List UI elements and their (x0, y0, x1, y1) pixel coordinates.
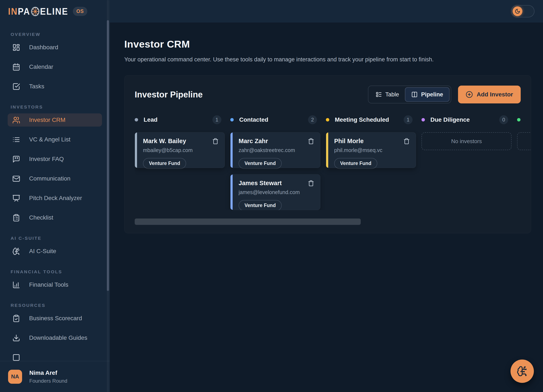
view-switcher: Table Pipeline (368, 86, 451, 103)
sidebar-item-investor-crm[interactable]: Investor CRM (8, 113, 102, 127)
investor-email: zahr@oakstreetrec.com (238, 147, 314, 153)
column-count-badge: 1 (212, 115, 221, 124)
add-investor-label: Add Investor (477, 91, 513, 98)
sidebar-section: RESOURCES Business Scorecard Downloadabl… (8, 303, 102, 361)
column-status-dot (326, 118, 329, 122)
page-subtitle: Your operational command center. Use the… (124, 56, 531, 63)
partial-item-icon (12, 353, 20, 361)
column-count-badge: 0 (499, 115, 508, 124)
card-accent-bar (231, 174, 233, 210)
investor-card[interactable]: Marc Zahr zahr@oakstreetrec.com Venture … (230, 132, 320, 168)
sidebar-item-partial[interactable] (8, 351, 102, 361)
sidebar-item-pitch-deck-analyzer[interactable]: Pitch Deck Analyzer (8, 191, 102, 205)
sidebar-item-checklist[interactable]: Checklist (8, 211, 102, 224)
horizontal-scrollbar[interactable] (135, 218, 361, 225)
moon-icon (515, 8, 520, 14)
sidebar-item-vc-angel-list[interactable]: VC & Angel List (8, 133, 102, 146)
app-logo[interactable]: INPAELINE (8, 6, 68, 17)
clipboard-icon (12, 214, 20, 222)
column-title: Contacted (239, 116, 268, 123)
trash-icon[interactable] (212, 138, 219, 144)
pipeline-column: Due Diligence 0 No investors (421, 115, 512, 210)
sidebar-section-label: FINANCIAL TOOLS (8, 269, 102, 274)
investor-email: phil.morle@mseq.vc (334, 147, 410, 153)
ai-assistant-fab[interactable] (510, 359, 534, 383)
column-count-badge: 1 (404, 115, 413, 124)
topbar (110, 0, 543, 22)
sidebar-scrollbar[interactable] (107, 20, 109, 291)
trash-icon[interactable] (308, 180, 314, 186)
sidebar-section-label: INVESTORS (8, 105, 102, 110)
mail-icon (12, 175, 20, 183)
column-status-dot (517, 118, 520, 122)
investor-name: Marc Zahr (238, 138, 268, 145)
investor-card[interactable]: James Stewart james@levelonefund.com Ven… (230, 174, 320, 210)
sidebar-item-label: Investor FAQ (29, 156, 64, 162)
logo-text-left: PA (18, 6, 30, 17)
column-title: Meeting Scheduled (335, 116, 389, 123)
sidebar-section: INVESTORS Investor CRM VC & Angel List I… (8, 105, 102, 224)
sidebar-item-ai-c-suite[interactable]: AI C-Suite (8, 245, 102, 258)
sidebar-section: AI C-SUITE AI C-Suite (8, 236, 102, 258)
page-content: Investor CRM Your operational command ce… (110, 22, 543, 392)
investor-card[interactable]: Mark W. Bailey mbailey@b5cap.com Venture… (135, 132, 225, 168)
pipeline-view-label: Pipeline (421, 91, 443, 98)
sidebar-item-downloadable-guides[interactable]: Downloadable Guides (8, 331, 102, 344)
pipeline-title: Investor Pipeline (135, 90, 203, 99)
logo-text-orange: IN (8, 6, 18, 17)
kanban-board: Lead 1 Mark W. Bailey mbailey@b5cap.com … (135, 115, 531, 210)
chart-icon (12, 281, 20, 289)
table-view-label: Table (385, 91, 399, 98)
dashboard-icon (12, 44, 20, 51)
trash-icon[interactable] (403, 138, 410, 144)
sidebar-item-label: Checklist (29, 214, 53, 221)
profile-role: Founders Round (29, 378, 67, 384)
sidebar-item-label: Investor CRM (29, 117, 65, 123)
sidebar-item-calendar[interactable]: Calendar (8, 60, 102, 73)
column-status-dot (135, 118, 138, 122)
sidebar-item-business-scorecard[interactable]: Business Scorecard (8, 312, 102, 325)
calendar-icon (12, 63, 20, 71)
theme-toggle[interactable] (511, 5, 535, 17)
sidebar-section: OVERVIEW Dashboard Calendar Tasks (8, 32, 102, 93)
sidebar-item-tasks[interactable]: Tasks (8, 80, 102, 93)
sidebar: INPAELINE OS OVERVIEW Dashboard Calendar… (0, 0, 110, 392)
column-title: Due Diligence (430, 116, 470, 123)
plus-circle-icon (466, 91, 473, 98)
sidebar-item-label: Dashboard (29, 44, 58, 51)
investor-tag: Venture Fund (238, 158, 282, 169)
pipeline-column: Contacted 2 Marc Zahr zahr@oakstreetrec.… (230, 115, 320, 210)
sidebar-item-label: Downloadable Guides (29, 335, 87, 341)
investor-tag: Venture Fund (334, 158, 377, 169)
investor-name: James Stewart (238, 180, 282, 187)
sidebar-item-communication[interactable]: Communication (8, 172, 102, 185)
wheel-logo-icon (31, 6, 40, 16)
pipeline-view-button[interactable]: Pipeline (405, 87, 450, 102)
sidebar-item-financial-tools[interactable]: Financial Tools (8, 278, 102, 291)
avatar: NA (8, 370, 22, 384)
app-root: INPAELINE OS OVERVIEW Dashboard Calendar… (0, 0, 543, 392)
panel-actions: Table Pipeline Add Investor (368, 86, 521, 103)
user-profile[interactable]: NA Nima Aref Founders Round (0, 361, 110, 392)
users-icon (12, 116, 20, 124)
table-view-button[interactable]: Table (370, 87, 405, 102)
add-investor-button[interactable]: Add Investor (458, 86, 521, 103)
sidebar-item-investor-faq[interactable]: Investor FAQ (8, 152, 102, 166)
card-accent-bar (135, 133, 137, 168)
column-status-dot (421, 118, 425, 122)
investor-name: Phil Morle (334, 138, 364, 145)
investor-pipeline-panel: Investor Pipeline Table Pipeline (124, 75, 531, 233)
panel-header: Investor Pipeline Table Pipeline (135, 86, 521, 103)
sidebar-section: FINANCIAL TOOLS Financial Tools (8, 269, 102, 291)
investor-email: james@levelonefund.com (238, 189, 314, 195)
trash-icon[interactable] (308, 138, 314, 144)
sidebar-item-label: Tasks (29, 83, 44, 90)
investor-name: Mark W. Bailey (143, 138, 186, 145)
sidebar-item-label: VC & Angel List (29, 136, 71, 143)
sidebar-item-dashboard[interactable]: Dashboard (8, 41, 102, 54)
investor-card[interactable]: Phil Morle phil.morle@mseq.vc Venture Fu… (326, 132, 416, 168)
theme-toggle-knob (513, 6, 522, 16)
list-icon (12, 136, 20, 144)
brain-icon (12, 247, 20, 255)
column-status-dot (230, 118, 234, 122)
